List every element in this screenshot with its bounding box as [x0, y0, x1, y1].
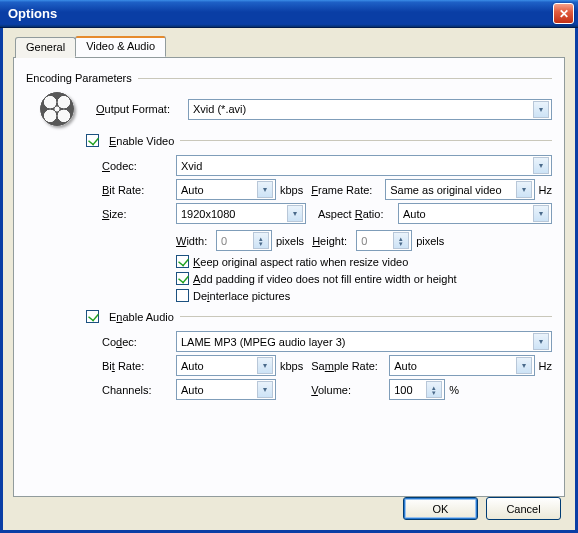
unit-percent: % — [449, 384, 459, 396]
spinner-icon[interactable]: ▴▾ — [393, 232, 409, 249]
dialog-buttons: OK Cancel — [403, 497, 561, 520]
enable-audio-label: Enable Audio — [109, 311, 174, 323]
close-button[interactable]: ✕ — [553, 3, 574, 24]
enable-video-label: Enable Video — [109, 135, 174, 147]
video-framerate-label: Frame Rate: — [311, 184, 385, 196]
channels-select[interactable]: Auto ▾ — [176, 379, 276, 400]
audio-bitrate-select[interactable]: Auto ▾ — [176, 355, 276, 376]
video-framerate-select[interactable]: Same as original video ▾ — [385, 179, 534, 200]
channels-value: Auto — [181, 384, 204, 396]
height-label: Height: — [312, 235, 356, 247]
sample-rate-select[interactable]: Auto ▾ — [389, 355, 534, 376]
chevron-down-icon: ▾ — [257, 357, 273, 374]
deinterlace-checkbox[interactable] — [176, 289, 189, 302]
output-format-label: Output Format: — [96, 103, 188, 115]
audio-codec-label: Codec: — [102, 336, 176, 348]
tab-general[interactable]: General — [15, 37, 76, 58]
close-icon: ✕ — [559, 7, 569, 21]
video-size-label: Size: — [102, 208, 176, 220]
video-codec-label: Codec: — [102, 160, 176, 172]
unit-hz: Hz — [539, 360, 552, 372]
sample-rate-label: Sample Rate: — [311, 360, 389, 372]
video-codec-select[interactable]: Xvid ▾ — [176, 155, 552, 176]
unit-pixels: pixels — [276, 235, 304, 247]
window-title: Options — [8, 6, 57, 21]
sample-rate-value: Auto — [394, 360, 417, 372]
audio-codec-value: LAME MP3 (MPEG audio layer 3) — [181, 336, 345, 348]
tab-panel: Encoding Parameters Output Format: Xvid … — [13, 57, 565, 497]
chevron-down-icon: ▾ — [516, 357, 532, 374]
volume-label: Volume: — [311, 384, 389, 396]
chevron-down-icon: ▾ — [516, 181, 532, 198]
output-format-select[interactable]: Xvid (*.avi) ▾ — [188, 99, 552, 120]
video-size-value: 1920x1080 — [181, 208, 235, 220]
chevron-down-icon: ▾ — [257, 381, 273, 398]
add-padding-checkbox[interactable] — [176, 272, 189, 285]
spinner-icon[interactable]: ▴▾ — [426, 381, 442, 398]
divider — [180, 140, 552, 141]
chevron-down-icon: ▾ — [257, 181, 273, 198]
width-value[interactable] — [221, 232, 253, 249]
video-bitrate-select[interactable]: Auto ▾ — [176, 179, 276, 200]
width-label: Width: — [176, 235, 216, 247]
deinterlace-label: Deinterlace pictures — [193, 290, 290, 302]
chevron-down-icon: ▾ — [287, 205, 303, 222]
video-bitrate-label: Bit Rate: — [102, 184, 176, 196]
group-encoding-label: Encoding Parameters — [26, 72, 132, 84]
chevron-down-icon: ▾ — [533, 205, 549, 222]
add-padding-label: Add padding if video does not fill entir… — [193, 273, 457, 285]
ok-button[interactable]: OK — [403, 497, 478, 520]
unit-kbps: kbps — [280, 184, 303, 196]
audio-bitrate-label: Bit Rate: — [102, 360, 176, 372]
aspect-ratio-label: Aspect Ratio: — [318, 208, 398, 220]
output-format-value: Xvid (*.avi) — [193, 103, 246, 115]
video-bitrate-value: Auto — [181, 184, 204, 196]
aspect-ratio-select[interactable]: Auto ▾ — [398, 203, 552, 224]
divider — [180, 316, 552, 317]
height-value[interactable] — [361, 232, 393, 249]
audio-bitrate-value: Auto — [181, 360, 204, 372]
video-codec-value: Xvid — [181, 160, 202, 172]
divider — [138, 78, 552, 79]
film-reel-icon — [40, 92, 74, 126]
spinner-icon[interactable]: ▴▾ — [253, 232, 269, 249]
chevron-down-icon: ▾ — [533, 101, 549, 118]
height-input[interactable]: ▴▾ — [356, 230, 412, 251]
chevron-down-icon: ▾ — [533, 333, 549, 350]
cancel-button[interactable]: Cancel — [486, 497, 561, 520]
window-body: General Video & Audio Encoding Parameter… — [0, 28, 578, 533]
chevron-down-icon: ▾ — [533, 157, 549, 174]
channels-label: Channels: — [102, 384, 176, 396]
aspect-ratio-value: Auto — [403, 208, 426, 220]
unit-hz: Hz — [539, 184, 552, 196]
group-encoding: Encoding Parameters Output Format: Xvid … — [26, 72, 552, 400]
enable-video-checkbox[interactable] — [86, 134, 99, 147]
keep-aspect-label: Keep original aspect ratio when resize v… — [193, 256, 408, 268]
volume-value[interactable] — [394, 381, 426, 398]
video-size-select[interactable]: 1920x1080 ▾ — [176, 203, 306, 224]
width-input[interactable]: ▴▾ — [216, 230, 272, 251]
enable-audio-checkbox[interactable] — [86, 310, 99, 323]
keep-aspect-checkbox[interactable] — [176, 255, 189, 268]
audio-codec-select[interactable]: LAME MP3 (MPEG audio layer 3) ▾ — [176, 331, 552, 352]
tab-video-audio[interactable]: Video & Audio — [75, 36, 166, 57]
video-framerate-value: Same as original video — [390, 184, 501, 196]
unit-kbps: kbps — [280, 360, 303, 372]
unit-pixels: pixels — [416, 235, 444, 247]
title-bar: Options ✕ — [0, 0, 578, 28]
tab-strip: General Video & Audio — [15, 36, 565, 57]
volume-input[interactable]: ▴▾ — [389, 379, 445, 400]
